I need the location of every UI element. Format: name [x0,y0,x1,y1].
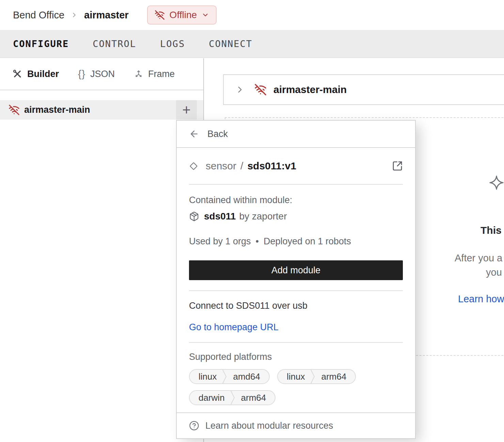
platform-pill: darwin arm64 [189,390,275,405]
part-card-name: airmaster-main [273,84,347,95]
platform-arch: arm64 [316,371,355,382]
sidebar-part-name: airmaster-main [24,105,90,115]
metrics-separator: • [256,236,259,247]
module-author: by zaporter [239,211,287,222]
tab-configure[interactable]: CONFIGURE [13,39,69,49]
external-link-icon[interactable] [392,161,403,171]
homepage-url-link[interactable]: Go to homepage URL [189,322,279,333]
sensor-diamond-icon [189,162,198,171]
supported-platforms-label: Supported platforms [189,352,403,362]
platform-arch: amd64 [227,371,269,382]
add-component-button[interactable]: + [176,100,197,120]
arrow-left-icon [189,129,199,139]
empty-state-heading: This [481,225,502,236]
pill-divider-icon [222,369,227,384]
module-name-row: sds011 by zaporter [189,211,403,222]
platform-pill-row: darwin arm64 [189,390,403,405]
json-braces-icon: {} [78,68,85,80]
deployment-count: Deployed on 1 robots [264,236,351,247]
pill-divider-icon [310,369,316,384]
wifi-off-icon [9,104,20,116]
platform-arch: arm64 [236,393,275,403]
viewtab-builder-label: Builder [27,69,59,79]
builder-tools-icon [12,69,22,79]
platform-pill: linux amd64 [189,369,270,384]
modular-resources-footer-link[interactable]: Learn about modular resources [177,412,415,438]
viewtab-builder[interactable]: Builder [12,69,59,79]
add-module-button[interactable]: Add module [189,260,403,280]
module-usage-metrics: Used by 1 orgs • Deployed on 1 robots [189,236,403,247]
viewtab-frame-label: Frame [148,69,175,79]
module-description-section: Connect to SDS011 over usb Go to homepag… [177,291,415,342]
view-mode-tabbar: Builder {} JSON Frame [0,58,203,90]
viewtab-frame[interactable]: Frame [134,69,175,79]
platform-os: linux [190,371,222,382]
supported-platforms-section: Supported platforms linux amd64 linux ar… [177,343,415,405]
learn-how-link[interactable]: Learn how [458,293,504,305]
popover-back-button[interactable]: Back [177,121,415,148]
sidebar-machine-part-row[interactable]: airmaster-main + [0,100,203,120]
machine-part-card[interactable]: airmaster-main [223,74,504,105]
contained-within-label: Contained within module: [189,195,403,205]
breadcrumb-machine: airmaster [84,10,129,21]
wifi-off-icon [155,10,165,20]
module-section: Contained within module: sds011 by zapor… [177,185,415,280]
platform-pill: linux arm64 [277,369,356,384]
app-root: Bend Office airmaster Offline CONFIGURE … [0,0,504,442]
help-circle-icon [189,421,199,431]
tab-logs[interactable]: LOGS [160,39,185,49]
breadcrumb-chevron-icon [70,11,78,19]
machine-nav-tabbar: CONFIGURE CONTROL LOGS CONNECT [0,30,504,58]
module-detail-popover: Back sensor / sds011:v1 Contained within… [176,120,416,439]
resource-separator: / [240,160,243,172]
tab-control[interactable]: CONTROL [93,39,136,49]
viewtab-json-label: JSON [90,69,115,79]
wifi-off-icon [254,83,267,96]
pill-divider-icon [230,391,236,405]
top-header: Bend Office airmaster Offline [0,0,504,30]
footer-link-label: Learn about modular resources [205,421,333,431]
tab-connect[interactable]: CONNECT [209,39,252,49]
resource-title-row: sensor / sds011:v1 [177,148,415,184]
back-label: Back [207,129,228,139]
chevron-right-icon [235,85,244,94]
frame-axes-icon [134,69,143,79]
machine-status-dropdown[interactable]: Offline [147,5,217,25]
platform-pill-row: linux amd64 linux arm64 [189,369,403,384]
package-icon [189,211,199,222]
config-sidebar: Builder {} JSON Frame airmas [0,58,204,442]
platform-os: linux [278,371,310,382]
resource-model: sds011:v1 [247,160,296,172]
empty-state-text-line1: After you a [455,253,502,264]
breadcrumb-org[interactable]: Bend Office [13,10,64,21]
resource-type: sensor [206,160,236,172]
usage-count: Used by 1 orgs [189,236,251,247]
platform-os: darwin [190,393,230,403]
status-badge-label: Offline [170,10,197,20]
viewtab-json[interactable]: {} JSON [78,68,115,80]
chevron-down-icon [202,11,209,19]
empty-state-text-line2: you ca [486,267,504,278]
sparkle-icon [489,175,504,190]
module-description: Connect to SDS011 over usb [189,301,403,311]
module-name: sds011 [204,211,236,222]
